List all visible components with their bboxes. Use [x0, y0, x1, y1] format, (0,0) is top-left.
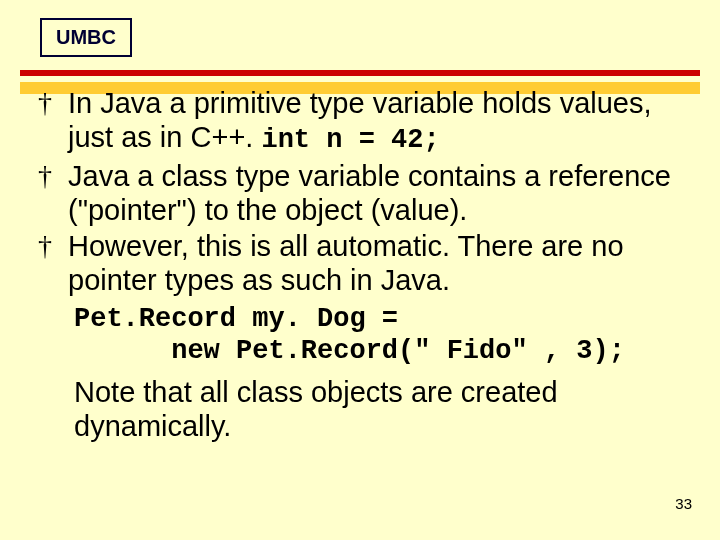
bullet-1: † In Java a primitive type variable hold…: [38, 86, 700, 157]
logo-text: UMBC: [56, 26, 116, 48]
bullet-1-code: int n = 42;: [261, 125, 439, 155]
closing-note: Note that all class objects are created …: [74, 375, 700, 443]
dagger-icon: †: [38, 159, 68, 193]
divider-red: [20, 70, 700, 76]
dagger-icon: †: [38, 86, 68, 120]
bullet-1-text: In Java a primitive type variable holds …: [68, 86, 700, 157]
logo-box: UMBC: [40, 18, 132, 57]
bullet-2-body: Java a class type variable contains a re…: [68, 160, 671, 226]
dagger-icon: †: [38, 229, 68, 263]
slide-content: † In Java a primitive type variable hold…: [38, 86, 700, 443]
bullet-3: † However, this is all automatic. There …: [38, 229, 700, 297]
bullet-3-body: However, this is all automatic. There ar…: [68, 230, 624, 296]
code-block: Pet.Record my. Dog = new Pet.Record(" Fi…: [74, 303, 700, 367]
bullet-3-text: However, this is all automatic. There ar…: [68, 229, 700, 297]
page-number: 33: [675, 495, 692, 512]
bullet-2-text: Java a class type variable contains a re…: [68, 159, 700, 227]
bullet-2: † Java a class type variable contains a …: [38, 159, 700, 227]
